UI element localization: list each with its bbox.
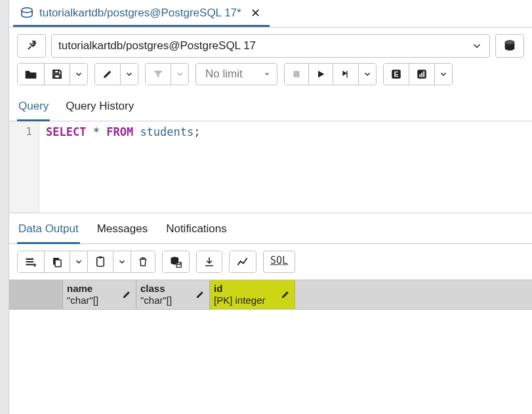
tab-data-output[interactable]: Data Output [17,218,80,244]
copy-menu-button[interactable] [70,251,88,272]
chevron-down-icon [74,70,83,79]
pencil-icon[interactable] [280,289,291,300]
main-toolbar: No limit E [9,63,532,92]
row-number-header[interactable] [9,280,63,309]
result-grid: name "char"[] class "char"[] id [PK] [9,279,532,310]
side-handle[interactable] [0,0,9,414]
save-data-button[interactable] [163,251,189,272]
sql-editor[interactable]: 1 SELECT * FROM students; [9,121,532,213]
output-tabs: Data Output Messages Notifications [9,213,532,244]
column-name-label: class [140,283,172,295]
paste-button[interactable] [88,251,113,272]
chevron-down-icon [471,40,483,52]
editor-tabs: Query Query History [9,92,532,121]
execute-menu-button[interactable] [359,64,376,85]
line-number: 1 [9,125,32,138]
pencil-icon[interactable] [195,289,205,300]
tab-notifications[interactable]: Notifications [165,218,228,243]
tab-query-history[interactable]: Query History [64,96,135,121]
database-save-icon [169,255,182,268]
plug-icon [24,39,39,53]
tab-strip: tutorialkartdb/postgres@PostgreSQL 17* ✕ [9,0,532,28]
pencil-icon [102,68,113,80]
save-icon [51,68,63,80]
grid-header-row: name "char"[] class "char"[] id [PK] [9,280,532,310]
svg-rect-13 [99,257,102,259]
column-type-label: "char"[] [140,295,172,306]
svg-rect-8 [421,73,422,77]
column-header-class[interactable]: class "char"[] [136,280,210,309]
graph-visualizer-button[interactable] [230,251,256,272]
filter-icon [152,68,164,80]
file-tab-title: tutorialkartdb/postgres@PostgreSQL 17* [39,7,241,20]
svg-point-0 [22,8,32,12]
editor-gutter: 1 [9,121,39,213]
edit-menu-button[interactable] [121,64,138,85]
delete-button[interactable] [131,251,155,272]
row-limit-value: No limit [205,68,243,81]
column-name-label: id [214,283,265,295]
column-type-label: [PK] integer [214,295,265,306]
play-icon [316,69,326,79]
chevron-down-icon [74,257,83,266]
column-header-id[interactable]: id [PK] integer [210,280,295,309]
rows-plus-icon [24,256,37,268]
pencil-icon[interactable] [121,289,132,300]
explain-analyze-button[interactable]: E [384,64,409,85]
sql-button[interactable]: SQL [263,251,295,273]
chevron-down-icon [125,70,134,79]
chevron-down-icon [117,257,127,266]
edit-button[interactable] [95,64,121,85]
copy-button[interactable] [45,251,70,272]
chevron-down-icon [439,70,448,79]
line-chart-icon [236,256,249,268]
folder-icon [24,68,37,80]
execute-button[interactable] [309,64,333,85]
triangle-down-icon [262,70,272,79]
database-icon [20,7,34,19]
add-row-button[interactable] [18,251,45,272]
open-file-button[interactable] [18,64,45,85]
copy-icon [51,256,63,268]
column-type-label: "char"[] [67,295,98,306]
clipboard-icon [94,255,106,268]
chart-bar-icon [416,68,428,80]
new-connection-button[interactable] [495,34,524,58]
stop-button[interactable] [285,64,309,85]
svg-text:E: E [394,70,398,78]
svg-rect-12 [97,257,104,266]
e-box-icon: E [390,68,402,80]
output-toolbar: SQL [9,244,532,279]
stop-icon [291,69,302,79]
connection-status-button[interactable] [17,34,46,58]
explain-menu-button[interactable] [435,64,452,85]
svg-rect-9 [423,72,424,77]
tab-query[interactable]: Query [17,96,50,121]
file-tab[interactable]: tutorialkartdb/postgres@PostgreSQL 17* ✕ [13,0,270,27]
trash-icon [138,256,148,268]
download-button[interactable] [197,251,222,272]
connection-value: tutorialkartdb/postgres@PostgreSQL 17 [58,39,256,52]
tab-messages[interactable]: Messages [96,218,149,243]
connection-select[interactable]: tutorialkartdb/postgres@PostgreSQL 17 [51,34,490,58]
filter-menu-button[interactable] [171,64,188,85]
database-icon [502,39,517,53]
save-menu-button[interactable] [70,64,87,85]
download-icon [203,256,215,268]
svg-rect-3 [293,71,299,77]
column-header-name[interactable]: name "char"[] [63,280,136,309]
column-name-label: name [67,283,98,295]
filter-button[interactable] [146,64,171,85]
svg-point-2 [505,40,515,44]
chevron-down-icon [175,70,184,79]
editor-content[interactable]: SELECT * FROM students; [39,121,532,213]
play-cursor-icon [340,69,352,79]
row-limit-select[interactable]: No limit [195,63,277,85]
close-icon[interactable]: ✕ [251,7,260,19]
chevron-down-icon [363,70,372,79]
svg-rect-7 [419,74,420,77]
paste-menu-button[interactable] [113,251,131,272]
explain-options-button[interactable] [409,64,435,85]
save-button[interactable] [45,64,70,85]
explain-button[interactable] [333,64,359,85]
